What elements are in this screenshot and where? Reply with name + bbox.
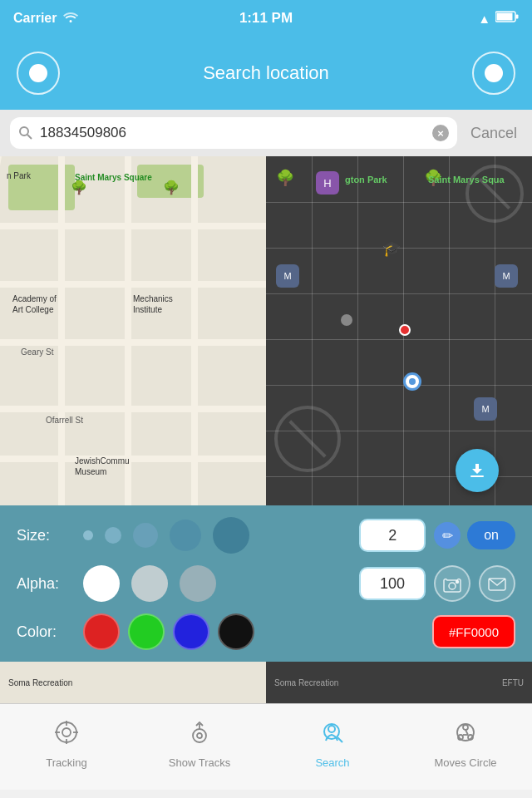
blue-circle-dark	[403, 372, 421, 391]
status-bar: Carrier 1:11 PM ▲	[0, 0, 532, 37]
svg-point-25	[457, 724, 474, 741]
color-row: Color: #FF0000	[17, 613, 515, 650]
search-input[interactable]	[40, 125, 426, 141]
toggle-on-button[interactable]: on	[467, 521, 515, 549]
show-tracks-icon	[186, 719, 213, 751]
alpha-circles	[83, 565, 351, 602]
dark-tree-1: 🌳	[276, 169, 294, 187]
color-black[interactable]	[218, 613, 254, 650]
search-input-wrap: ×	[10, 117, 457, 149]
size-option-3[interactable]	[133, 523, 158, 548]
svg-point-12	[456, 581, 459, 584]
tab-show-tracks[interactable]: Show Tracks	[133, 704, 266, 790]
color-green[interactable]	[128, 613, 165, 650]
carrier-label: Carrier	[13, 11, 57, 26]
hotel-icon-dark: H	[316, 171, 339, 195]
map-area: n Park Saint Marys Square Academy ofArt …	[0, 156, 532, 505]
moves-circle-label: Moves Circle	[434, 756, 496, 769]
search-tab-icon	[319, 719, 346, 751]
tab-tracking[interactable]: Tracking	[0, 704, 133, 790]
edit-button[interactable]: ✏	[434, 522, 461, 549]
map-bottom-strip: Soma Recreation Soma Recreation EFTU	[0, 662, 532, 703]
tracking-icon	[53, 719, 80, 751]
header-title: Search location	[203, 62, 329, 84]
color-hex-box[interactable]: #FF0000	[432, 615, 515, 648]
alpha-option-1[interactable]	[83, 565, 120, 602]
size-circles	[83, 517, 351, 554]
search-tab-label: Search	[315, 756, 349, 769]
color-circles	[83, 613, 424, 650]
map-label-geary: Geary St	[21, 347, 53, 357]
map-label-mechanics: MechanicsInstitute	[133, 293, 173, 315]
size-option-2[interactable]	[105, 527, 121, 544]
museum-icon-dark-2: M	[495, 264, 518, 288]
show-tracks-label: Show Tracks	[169, 756, 230, 769]
map-label-ofarrell: Ofarrell St	[46, 416, 83, 425]
map-label-academy: Academy ofArt College	[12, 293, 57, 315]
tab-bar: Tracking Show Tracks Search	[0, 703, 532, 790]
museum-icon-dark-3: M	[474, 397, 497, 421]
museum-icon-dark-1: M	[276, 264, 299, 288]
svg-point-26	[463, 725, 468, 730]
alpha-label: Alpha:	[17, 575, 75, 593]
color-red[interactable]	[83, 613, 120, 650]
search-bar: × Cancel	[0, 110, 532, 156]
alpha-option-3[interactable]	[180, 565, 216, 602]
search-icon	[18, 126, 33, 140]
left-header-button[interactable]	[17, 52, 60, 95]
moves-circle-icon	[452, 719, 479, 751]
size-row: Size: 2 ✏ on	[17, 517, 515, 554]
bottom-label-code: EFTU	[502, 678, 524, 687]
no-symbol-dark	[274, 406, 341, 472]
size-option-5[interactable]	[213, 517, 249, 554]
dark-label-gton: gton Park	[345, 175, 387, 185]
color-label: Color:	[17, 623, 75, 641]
svg-point-7	[492, 66, 495, 70]
bottom-label-left: Soma Recreation	[8, 678, 72, 687]
tree-icon-2: 🌳	[71, 180, 87, 195]
clear-search-button[interactable]: ×	[432, 125, 449, 141]
svg-rect-2	[516, 15, 519, 19]
action-icons	[434, 565, 515, 602]
size-value-box: 2	[359, 519, 426, 552]
tracking-label: Tracking	[46, 756, 86, 769]
controls-panel: Size: 2 ✏ on Alpha: 100	[0, 505, 532, 662]
alpha-value-box: 100	[359, 567, 426, 600]
bottom-label-right: Soma Recreation	[274, 678, 338, 687]
photo-action-button[interactable]	[434, 565, 470, 602]
map-label-park: n Park	[7, 171, 31, 180]
grey-dot-dark	[341, 314, 352, 326]
header: Search location	[0, 37, 532, 110]
mail-action-button[interactable]	[479, 565, 515, 602]
alpha-row: Alpha: 100	[17, 565, 515, 602]
svg-line-24	[337, 737, 342, 742]
svg-point-15	[62, 728, 71, 736]
cancel-search-button[interactable]: Cancel	[466, 125, 522, 142]
right-header-button[interactable]	[472, 52, 515, 95]
red-pin-dark	[399, 324, 411, 336]
svg-rect-10	[470, 475, 484, 477]
wifi-icon	[63, 11, 78, 26]
location-arrow-icon: ▲	[478, 12, 490, 26]
map-left[interactable]: n Park Saint Marys Square Academy ofArt …	[0, 156, 266, 505]
svg-point-8	[20, 127, 28, 135]
tab-moves-circle[interactable]: Moves Circle	[399, 704, 532, 790]
tab-search[interactable]: Search	[266, 704, 399, 790]
map-right[interactable]: H 🌳 🌳 M M M 🎓	[266, 156, 532, 505]
dark-label-saint-marys: Saint Marys Squa	[428, 175, 505, 185]
alpha-option-2[interactable]	[131, 565, 168, 602]
svg-point-20	[193, 729, 206, 742]
battery-icon	[495, 11, 519, 26]
color-blue[interactable]	[173, 613, 209, 650]
size-option-4[interactable]	[170, 520, 201, 551]
svg-rect-1	[497, 13, 513, 21]
size-option-1[interactable]	[83, 530, 93, 540]
svg-line-9	[27, 135, 32, 139]
no-symbol-dark-2	[466, 165, 524, 223]
graduate-icon-dark: 🎓	[382, 239, 401, 258]
map-label-jewish: JewishCommuMuseum	[75, 456, 130, 477]
download-button[interactable]	[456, 449, 499, 492]
svg-line-29	[466, 730, 468, 735]
size-label: Size:	[17, 527, 75, 544]
tree-icon-1: 🌳	[163, 180, 180, 195]
